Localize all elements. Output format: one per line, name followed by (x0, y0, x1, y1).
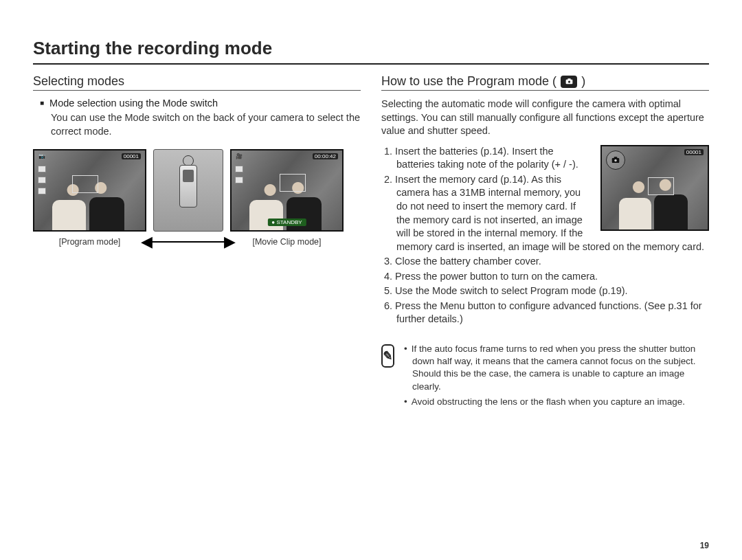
subheading-mode-selection: Mode selection using the Mode switch (40, 98, 361, 109)
svg-rect-1 (567, 78, 570, 80)
program-mode-icon (561, 76, 577, 88)
double-arrow-icon (141, 233, 236, 251)
mode-toggle (179, 165, 197, 208)
resolution-icon (235, 166, 243, 172)
caption-program-mode: [Program mode] (33, 237, 146, 247)
caption-movie-mode: [Movie Clip mode] (230, 237, 344, 247)
left-column: Selecting modes Mode selection using the… (33, 74, 361, 411)
lcd-preview-program-mode-right: 00001 (600, 145, 709, 231)
body-text-mode-selection: You can use the Mode switch on the back … (51, 111, 361, 138)
quality-icon (235, 177, 243, 183)
shot-counter-right: 00001 (684, 149, 704, 155)
movie-icon: 🎥 (236, 153, 243, 159)
heading-text: How to use the Program mode ( (381, 74, 556, 89)
tips-list: If the auto focus frame turns to red whe… (404, 343, 709, 411)
section-heading-program-mode: How to use the Program mode ( ) (381, 74, 709, 91)
standby-label: ● STANDBY (267, 219, 306, 226)
mode-switch-diagram: 📷 00001 [Program mode] (33, 149, 361, 247)
record-timer: 00:00:42 (313, 153, 338, 159)
section-heading-selecting-modes: Selecting modes (33, 74, 361, 91)
macro-icon (38, 177, 46, 183)
program-mode-indicator-icon (606, 150, 625, 170)
intro-text-program-mode: Selecting the automatic mode will config… (381, 98, 709, 138)
mode-switch-illustration (153, 149, 223, 232)
tip-2: Avoid obstructing the lens or the flash … (404, 396, 709, 408)
timer-icon (38, 188, 46, 194)
step-6: 6. Press the Menu button to configure ad… (384, 300, 709, 326)
svg-point-2 (568, 80, 570, 82)
step-4: 4. Press the power button to turn on the… (384, 270, 709, 284)
tip-1: If the auto focus frame turns to red whe… (404, 343, 709, 393)
flash-icon (38, 166, 46, 172)
page-title: Starting the recording mode (33, 38, 709, 65)
camera-icon: 📷 (38, 153, 45, 159)
step-3: 3. Close the battery chamber cover. (384, 255, 709, 269)
lcd-preview-program-mode: 📷 00001 (33, 149, 146, 232)
shot-counter: 00001 (122, 153, 141, 159)
step-5: 5. Use the Mode switch to select Program… (384, 284, 709, 298)
heading-close-paren: ) (581, 74, 585, 89)
svg-point-5 (614, 159, 617, 162)
lcd-preview-movie-mode: 🎥 00:00:42 ● STANDBY (230, 149, 344, 232)
svg-rect-4 (614, 157, 618, 158)
note-icon: ✎ (381, 344, 394, 368)
right-column: How to use the Program mode ( ) Selectin… (381, 74, 709, 411)
page-number: 19 (700, 541, 709, 550)
